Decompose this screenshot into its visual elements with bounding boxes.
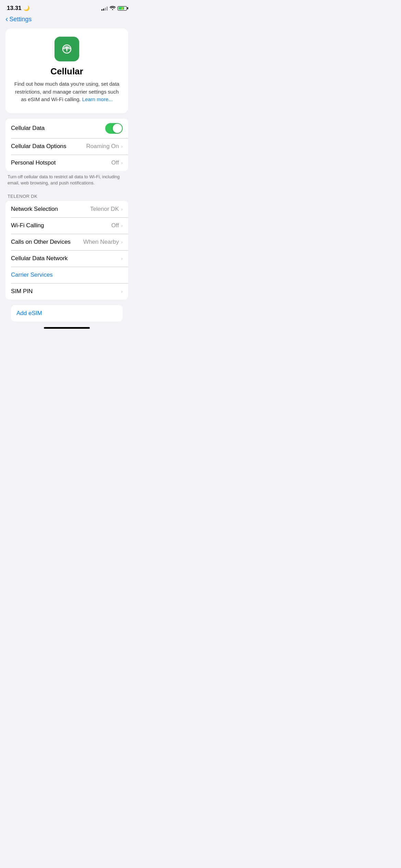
wifi-calling-row[interactable]: Wi-Fi Calling Off ›	[5, 217, 128, 234]
back-button[interactable]: ‹ Settings	[5, 16, 128, 23]
status-icons: ⚡	[101, 5, 127, 11]
section-label-telenor: TELENOR DK	[5, 194, 128, 201]
sim-pin-row[interactable]: SIM PIN ›	[5, 283, 128, 300]
chevron-icon: ›	[121, 160, 123, 166]
svg-point-1	[66, 48, 68, 50]
calls-other-devices-label: Calls on Other Devices	[11, 239, 71, 245]
wifi-calling-label: Wi-Fi Calling	[11, 222, 44, 229]
sim-pin-value: ›	[121, 288, 123, 294]
calls-other-devices-value: When Nearby ›	[83, 239, 123, 245]
network-selection-value: Telenor DK ›	[90, 206, 123, 213]
battery-icon: ⚡	[118, 6, 127, 11]
chevron-icon: ›	[121, 143, 123, 149]
cellular-data-options-row[interactable]: Cellular Data Options Roaming On ›	[5, 138, 128, 155]
page-title: Cellular	[50, 66, 83, 77]
telenor-section: TELENOR DK Network Selection Telenor DK …	[5, 194, 128, 300]
hero-card: Cellular Find out how much data you're u…	[5, 28, 128, 113]
back-chevron-icon: ‹	[5, 15, 8, 23]
carrier-services-row[interactable]: Carrier Services	[5, 267, 128, 283]
home-indicator	[0, 322, 134, 331]
chevron-icon: ›	[121, 222, 123, 228]
cellular-data-options-value: Roaming On ›	[86, 143, 123, 150]
wifi-calling-value: Off ›	[111, 222, 123, 229]
learn-more-link[interactable]: Learn more...	[82, 96, 113, 102]
toggle-thumb	[113, 124, 122, 133]
add-esim-label[interactable]: Add eSIM	[16, 310, 42, 316]
personal-hotspot-value: Off ›	[111, 159, 123, 166]
section-card-2: Network Selection Telenor DK › Wi-Fi Cal…	[5, 201, 128, 300]
section-footer-1: Turn off cellular data to restrict all d…	[5, 171, 128, 191]
sim-pin-label: SIM PIN	[11, 288, 33, 295]
cellular-app-icon	[54, 37, 79, 61]
chevron-icon: ›	[121, 239, 123, 245]
home-bar	[44, 327, 90, 329]
signal-icon	[101, 6, 108, 11]
chevron-icon: ›	[121, 255, 123, 261]
calls-other-devices-row[interactable]: Calls on Other Devices When Nearby ›	[5, 234, 128, 250]
personal-hotspot-label: Personal Hotspot	[11, 159, 56, 166]
status-bar: 13.31 🌙 ⚡	[0, 0, 134, 14]
cellular-data-label: Cellular Data	[11, 125, 45, 132]
carrier-services-label: Carrier Services	[11, 272, 53, 278]
add-esim-section: Add eSIM	[5, 305, 128, 322]
network-selection-label: Network Selection	[11, 206, 58, 213]
cellular-data-network-label: Cellular Data Network	[11, 255, 68, 262]
wifi-icon	[110, 5, 116, 11]
back-label: Settings	[9, 16, 32, 23]
time-display: 13.31	[7, 5, 22, 12]
personal-hotspot-row[interactable]: Personal Hotspot Off ›	[5, 155, 128, 171]
network-selection-row[interactable]: Network Selection Telenor DK ›	[5, 201, 128, 217]
status-time: 13.31 🌙	[7, 5, 30, 12]
cellular-data-network-row[interactable]: Cellular Data Network ›	[5, 250, 128, 267]
add-esim-card: Add eSIM	[11, 305, 123, 322]
section-card-1: Cellular Data Cellular Data Options Roam…	[5, 119, 128, 171]
cellular-data-toggle[interactable]	[105, 123, 123, 134]
hero-description: Find out how much data you're using, set…	[12, 80, 121, 104]
charging-icon: ⚡	[121, 7, 124, 10]
cellular-data-section: Cellular Data Cellular Data Options Roam…	[5, 119, 128, 191]
cellular-data-options-label: Cellular Data Options	[11, 143, 66, 150]
moon-icon: 🌙	[23, 5, 30, 11]
cellular-data-network-value: ›	[121, 255, 123, 261]
chevron-icon: ›	[121, 206, 123, 212]
chevron-icon: ›	[121, 288, 123, 294]
cellular-data-row[interactable]: Cellular Data	[5, 119, 128, 138]
nav-bar: ‹ Settings	[0, 14, 134, 26]
